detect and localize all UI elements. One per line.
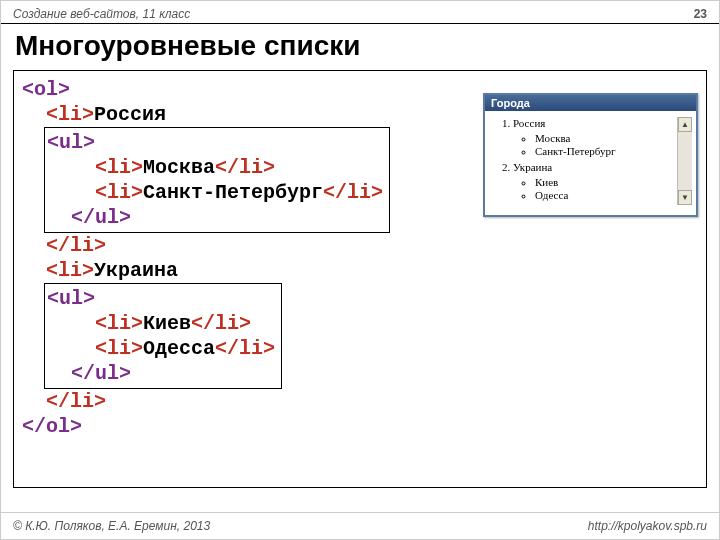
text-ukraine: Украина [94, 259, 178, 282]
text-odessa: Одесса [143, 337, 215, 360]
page-number: 23 [694, 7, 707, 21]
scroll-down-icon[interactable]: ▼ [678, 190, 692, 205]
code-box-ul1: <ul> <li>Москва</li> <li>Санкт-Петербург… [44, 127, 390, 233]
preview-titlebar: Города [485, 95, 696, 111]
slide-title: Многоуровневые списки [1, 24, 719, 70]
text-kiev: Киев [143, 312, 191, 335]
tag-ol-close: </ol> [22, 415, 82, 438]
scroll-up-icon[interactable]: ▲ [678, 117, 692, 132]
list-item: Киев [535, 176, 677, 188]
text-moscow: Москва [143, 156, 215, 179]
tag-ul-open: <ul> [47, 287, 95, 310]
tag-li-close: </li> [323, 181, 383, 204]
tag-li-close: </li> [215, 337, 275, 360]
tag-li-open: <li> [46, 259, 94, 282]
preview-ul: Москва Санкт-Петербург [513, 132, 677, 157]
list-item: Россия Москва Санкт-Петербург [513, 117, 677, 157]
slide-footer: © К.Ю. Поляков, Е.А. Еремин, 2013 http:/… [1, 512, 719, 539]
list-item: Одесса [535, 189, 677, 201]
list-item: Украина Киев Одесса [513, 161, 677, 201]
scroll-track[interactable] [678, 132, 692, 190]
tag-ul-close: </ul> [71, 362, 131, 385]
text-russia: Россия [94, 103, 166, 126]
tag-li-open: <li> [95, 312, 143, 335]
list-item: Санкт-Петербург [535, 145, 677, 157]
tag-li-close: </li> [215, 156, 275, 179]
text-spb: Санкт-Петербург [143, 181, 323, 204]
tag-li-open: <li> [46, 103, 94, 126]
slide-header: Создание веб-сайтов, 11 класс 23 [1, 1, 719, 24]
code-box-ul2: <ul> <li>Киев</li> <li>Одесса</li> </ul> [44, 283, 282, 389]
copyright: © К.Ю. Поляков, Е.А. Еремин, 2013 [13, 519, 210, 533]
tag-ol-open: <ol> [22, 78, 70, 101]
tag-li-open: <li> [95, 156, 143, 179]
preview-body: Россия Москва Санкт-Петербург Украина Ки… [485, 111, 696, 215]
browser-preview: Города Россия Москва Санкт-Петербург Укр… [483, 93, 698, 217]
preview-ol: Россия Москва Санкт-Петербург Украина Ки… [489, 117, 677, 205]
footer-url: http://kpolyakov.spb.ru [588, 519, 707, 533]
preview-country: Россия [513, 117, 545, 129]
tag-li-close: </li> [191, 312, 251, 335]
tag-ul-open: <ul> [47, 131, 95, 154]
tag-li-open: <li> [95, 181, 143, 204]
tag-ul-close: </ul> [71, 206, 131, 229]
content-frame: <ol> <li>Россия <ul> <li>Москва</li> <li… [13, 70, 707, 488]
scrollbar[interactable]: ▲ ▼ [677, 117, 692, 205]
preview-country: Украина [513, 161, 552, 173]
tag-li-close: </li> [46, 390, 106, 413]
course-name: Создание веб-сайтов, 11 класс [13, 7, 190, 21]
tag-li-open: <li> [95, 337, 143, 360]
tag-li-close: </li> [46, 234, 106, 257]
preview-ul: Киев Одесса [513, 176, 677, 201]
list-item: Москва [535, 132, 677, 144]
